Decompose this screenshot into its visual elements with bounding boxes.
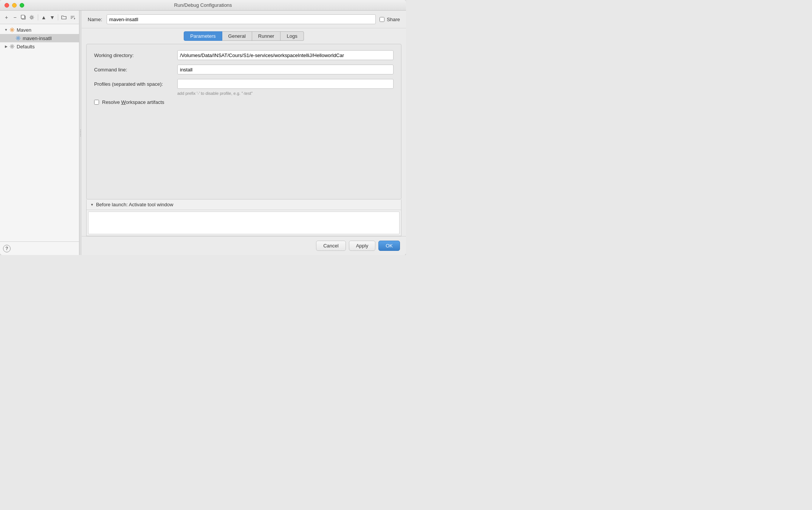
folder-icon (61, 15, 67, 20)
bottom-bar: Cancel Apply OK (82, 236, 406, 255)
form-area: Working directory: Command line: Profile… (86, 44, 401, 199)
profiles-hint: add prefix '-' to disable profile, e.g. … (177, 91, 394, 96)
before-launch-arrow: ▼ (90, 203, 94, 207)
maven-label: Maven (17, 27, 31, 33)
before-launch-title: Before launch: Activate tool window (96, 202, 174, 207)
profiles-label: Profiles (separated with space): (94, 81, 177, 87)
expand-placeholder (9, 35, 15, 41)
title-bar: Run/Debug Configurations (0, 0, 406, 11)
share-label: Share (387, 17, 400, 22)
toolbar-separator-1 (38, 14, 38, 20)
minimize-button[interactable] (12, 3, 17, 8)
main-content: + − ▲ ▼ (0, 11, 406, 255)
move-down-button[interactable]: ▼ (49, 13, 56, 22)
resolve-workspace-row: Resolve Workspace artifacts (94, 99, 394, 105)
sidebar-item-maven[interactable]: ▼ Maven (0, 26, 79, 34)
window-title: Run/Debug Configurations (174, 2, 232, 8)
profiles-row: Profiles (separated with space): (94, 79, 394, 89)
share-checkbox[interactable] (380, 17, 384, 22)
name-row: Name: Share (82, 11, 406, 28)
ok-button[interactable]: OK (378, 241, 400, 251)
settings-icon (29, 15, 34, 20)
help-button[interactable]: ? (3, 245, 11, 252)
name-input[interactable] (107, 14, 376, 24)
form-inner: Working directory: Command line: Profile… (87, 44, 401, 199)
working-directory-input[interactable] (177, 50, 394, 60)
toolbar-separator-2 (58, 14, 58, 20)
command-line-row: Command line: (94, 65, 394, 74)
sidebar-item-maven-insatll[interactable]: maven-insatll (0, 34, 79, 42)
tab-runner[interactable]: Runner (252, 31, 281, 41)
remove-button[interactable]: − (11, 13, 18, 22)
profiles-input[interactable] (177, 79, 394, 89)
defaults-label: Defaults (17, 44, 35, 49)
maven-child-icon (15, 35, 21, 41)
command-line-label: Command line: (94, 67, 177, 73)
name-label: Name: (88, 17, 103, 22)
share-area: Share (380, 17, 400, 22)
before-launch-section: ▼ Before launch: Activate tool window (86, 199, 401, 236)
settings-config-button[interactable] (28, 13, 35, 22)
tab-general[interactable]: General (222, 31, 252, 41)
maximize-button[interactable] (20, 3, 24, 8)
cancel-button[interactable]: Cancel (316, 241, 346, 251)
sort-icon (70, 15, 75, 20)
main-window: Run/Debug Configurations + − (0, 0, 406, 255)
defaults-icon (9, 43, 15, 49)
move-up-button[interactable]: ▲ (40, 13, 47, 22)
sort-button[interactable] (69, 13, 76, 22)
sidebar-tree: ▼ Maven (0, 24, 79, 241)
working-directory-label: Working directory: (94, 53, 177, 58)
sidebar-bottom: ? (0, 241, 79, 255)
resolve-workspace-checkbox[interactable] (94, 100, 99, 105)
command-line-input[interactable] (177, 65, 394, 74)
expand-arrow-defaults[interactable]: ▶ (3, 43, 9, 49)
svg-point-4 (17, 37, 19, 39)
copy-icon (21, 15, 26, 20)
tab-logs[interactable]: Logs (280, 31, 304, 41)
add-button[interactable]: + (3, 13, 10, 22)
sidebar-item-defaults[interactable]: ▶ Defaults (0, 42, 79, 51)
before-launch-header[interactable]: ▼ Before launch: Activate tool window (87, 199, 401, 210)
tabs-row: Parameters General Runner Logs (82, 28, 406, 44)
copy-button[interactable] (20, 13, 27, 22)
sidebar: + − ▲ ▼ (0, 11, 79, 255)
defaults-gear-icon (9, 44, 15, 49)
traffic-lights (5, 3, 24, 8)
resolve-workspace-label: Resolve Workspace artifacts (102, 99, 164, 105)
right-panel: Name: Share Parameters General Runner Lo… (82, 11, 406, 255)
svg-point-3 (11, 29, 13, 31)
working-directory-row: Working directory: (94, 50, 394, 60)
sidebar-toolbar: + − ▲ ▼ (0, 11, 79, 24)
svg-point-2 (31, 16, 33, 18)
maven-icon (9, 27, 15, 33)
folder-button[interactable] (60, 13, 67, 22)
expand-arrow-maven[interactable]: ▼ (3, 27, 9, 33)
gear-icon-svg (9, 27, 15, 32)
close-button[interactable] (5, 3, 9, 8)
child-gear-icon (15, 36, 21, 41)
svg-rect-1 (21, 15, 25, 19)
before-launch-content (88, 212, 400, 234)
svg-point-5 (11, 46, 13, 47)
apply-button[interactable]: Apply (349, 241, 376, 251)
tab-parameters[interactable]: Parameters (184, 31, 222, 41)
maven-insatll-label: maven-insatll (23, 36, 52, 41)
